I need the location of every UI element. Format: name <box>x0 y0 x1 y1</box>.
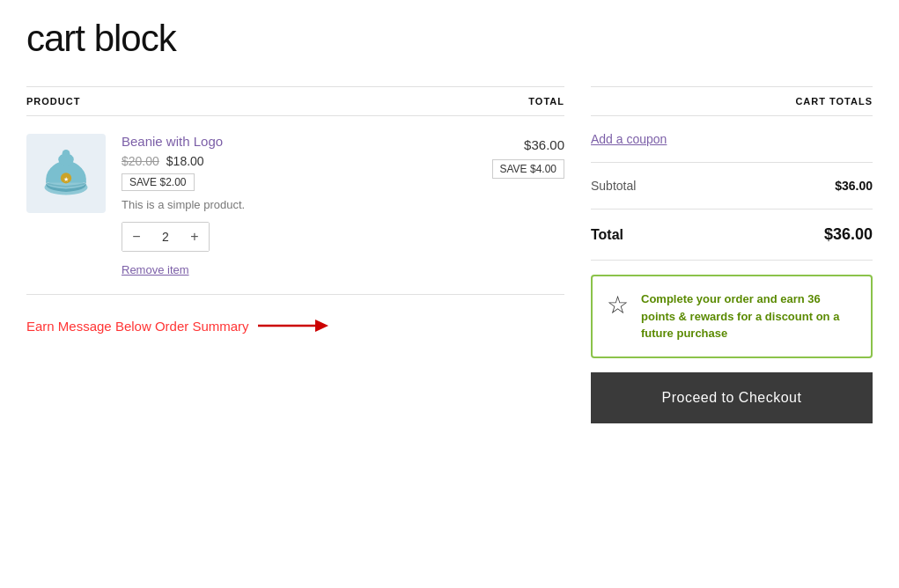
item-total-column: $36.00 SAVE $4.00 <box>459 134 564 179</box>
subtotal-row: Subtotal $36.00 <box>591 163 873 209</box>
original-price: $20.00 <box>122 154 159 168</box>
svg-text:★: ★ <box>63 176 69 182</box>
total-value: $36.00 <box>824 225 873 244</box>
product-name-link[interactable]: Beanie with Logo <box>122 134 223 149</box>
remove-item-button[interactable]: Remove item <box>122 263 189 276</box>
product-image: ★ <box>26 134 106 213</box>
add-coupon-link[interactable]: Add a coupon <box>591 116 873 163</box>
earn-annotation-row: Earn Message Below Order Summary <box>26 295 564 348</box>
quantity-decrease-button[interactable]: − <box>122 223 151 251</box>
rewards-text: Complete your order and earn 36 points &… <box>641 290 857 342</box>
product-description: This is a simple product. <box>122 198 459 211</box>
cart-left-panel: PRODUCT TOTAL <box>26 86 564 348</box>
cart-item-row: ★ Beanie with Logo $20.00 $18.00 SAVE $2… <box>26 116 564 295</box>
save-product-badge: SAVE $2.00 <box>122 173 195 191</box>
total-column-header: TOTAL <box>459 96 564 107</box>
product-column-header: PRODUCT <box>26 96 459 107</box>
quantity-control: − 2 + <box>122 222 210 252</box>
item-total-price: $36.00 <box>459 137 564 152</box>
cart-totals-header: CART TOTALS <box>591 86 873 116</box>
earn-message-annotation: Earn Message Below Order Summary <box>26 317 249 335</box>
cart-layout: PRODUCT TOTAL <box>26 86 873 423</box>
cart-table-header: PRODUCT TOTAL <box>26 86 564 116</box>
svg-point-2 <box>63 150 70 158</box>
subtotal-label: Subtotal <box>591 179 636 193</box>
page-title: cart block <box>26 18 873 60</box>
total-row: Total $36.00 <box>591 209 873 261</box>
beanie-svg: ★ <box>35 143 97 204</box>
subtotal-value: $36.00 <box>835 179 873 193</box>
quantity-increase-button[interactable]: + <box>181 223 209 251</box>
red-arrow-icon <box>258 312 328 339</box>
star-icon: ☆ <box>607 290 629 320</box>
sale-price: $18.00 <box>166 154 204 168</box>
checkout-button[interactable]: Proceed to Checkout <box>591 372 873 423</box>
rewards-box: ☆ Complete your order and earn 36 points… <box>591 275 873 358</box>
total-label: Total <box>591 227 623 243</box>
svg-marker-6 <box>315 320 328 332</box>
cart-right-panel: CART TOTALS Add a coupon Subtotal $36.00… <box>591 86 873 423</box>
product-details: Beanie with Logo $20.00 $18.00 SAVE $2.0… <box>122 134 459 276</box>
save-total-badge: SAVE $4.00 <box>492 159 565 179</box>
quantity-value: 2 <box>151 230 181 244</box>
page-container: cart block PRODUCT TOTAL <box>0 0 899 588</box>
price-row: $20.00 $18.00 <box>122 154 459 168</box>
